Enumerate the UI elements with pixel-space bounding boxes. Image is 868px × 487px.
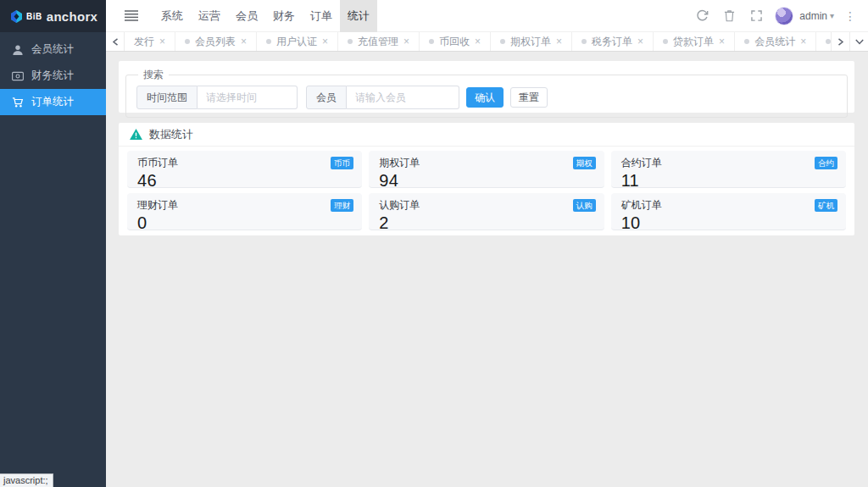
top-nav: 系统 运营 会员 财务 订单 统计: [153, 0, 377, 32]
topnav-item-system[interactable]: 系统: [153, 0, 191, 32]
brand-name: anchorx: [47, 9, 97, 24]
sidebar-item-label: 订单统计: [31, 95, 74, 109]
tabs-scroll-left-icon[interactable]: [106, 32, 125, 51]
close-tab-icon[interactable]: ×: [556, 36, 562, 47]
stat-card-label: 矿机订单: [621, 198, 836, 213]
tab-dot-icon: [185, 39, 190, 44]
tab-dot-icon: [581, 39, 587, 44]
user-caret-down-icon[interactable]: ▾: [830, 11, 834, 20]
brand-logo[interactable]: BiB anchorx: [0, 0, 106, 32]
stat-card-contract-orders: 合约订单 11 合约: [611, 151, 846, 188]
close-tab-icon[interactable]: ×: [475, 36, 481, 47]
close-tab-icon[interactable]: ×: [719, 36, 725, 47]
tabs-menu-chevron-down-icon[interactable]: [849, 32, 868, 51]
header: 系统 运营 会员 财务 订单 统计 admin ▾ ⋮: [106, 0, 868, 32]
close-tab-icon[interactable]: ×: [322, 36, 328, 47]
topnav-item-statistics[interactable]: 统计: [340, 0, 377, 32]
topnav-item-orders[interactable]: 订单: [303, 0, 340, 32]
header-actions: admin ▾ ⋮: [688, 0, 868, 32]
tab-item[interactable]: 财务统计 ×: [816, 32, 831, 51]
time-range-input[interactable]: [198, 86, 298, 109]
stat-card-badge: 币币: [331, 157, 353, 169]
tab-item[interactable]: 税务订单 ×: [572, 32, 654, 51]
member-label: 会员: [306, 86, 347, 109]
member-input[interactable]: [347, 86, 459, 109]
stat-card-value: 10: [621, 213, 836, 233]
stat-card-badge: 认购: [573, 199, 596, 212]
sidebar-fold-icon[interactable]: [125, 10, 138, 21]
stat-card-coin-orders: 币币订单 46 币币: [127, 151, 362, 188]
warning-triangle-icon: [130, 129, 142, 140]
stat-card-value: 46: [137, 171, 352, 191]
tab-item[interactable]: 期权订单 ×: [491, 32, 572, 51]
tab-item[interactable]: 贷款订单 ×: [654, 32, 735, 51]
tab-item[interactable]: 会员列表 ×: [175, 32, 257, 51]
close-tab-icon[interactable]: ×: [403, 36, 409, 47]
search-legend: 搜索: [138, 68, 169, 82]
browser-status-tooltip: javascript:;: [0, 473, 53, 487]
time-range-label: 时间范围: [136, 86, 198, 109]
close-tab-icon[interactable]: ×: [241, 36, 247, 47]
open-tabs: 发行 × 会员列表 × 用户认证 × 充值管理 × 币回收 × 期权订单 ×: [125, 32, 831, 51]
user-avatar[interactable]: [775, 7, 793, 25]
stat-card-option-orders: 期权订单 94 期权: [369, 151, 604, 188]
username-label[interactable]: admin: [799, 10, 827, 22]
sidebar-menu: 会员统计 财务统计 订单统计: [0, 32, 106, 115]
stat-card-label: 认购订单: [379, 198, 593, 213]
tab-item[interactable]: 充值管理 ×: [338, 32, 420, 51]
tab-item[interactable]: 发行 ×: [125, 32, 175, 51]
brand-mark: BiB: [26, 12, 42, 21]
tab-item[interactable]: 币回收 ×: [420, 32, 491, 51]
tab-dot-icon: [266, 39, 271, 44]
tab-dot-icon: [500, 39, 505, 44]
stats-header: 数据统计: [119, 123, 854, 147]
stat-card-value: 94: [379, 171, 593, 191]
sidebar-item-member-stats[interactable]: 会员统计: [0, 36, 106, 63]
stat-card-label: 期权订单: [379, 156, 593, 170]
stat-card-badge: 合约: [815, 157, 837, 169]
stat-card-badge: 矿机: [815, 199, 837, 212]
search-panel: 搜索 时间范围 会员 确认 重置: [119, 61, 854, 113]
tab-dot-icon: [348, 39, 353, 44]
user-icon: [12, 44, 24, 56]
trash-icon[interactable]: [715, 0, 743, 32]
stat-card-value: 11: [621, 171, 836, 191]
stat-card-value: 2: [379, 213, 593, 233]
stat-card-miner-orders: 矿机订单 10 矿机: [611, 193, 846, 230]
stat-card-value: 0: [137, 213, 352, 233]
main-content: 搜索 时间范围 会员 确认 重置 数据统计 币币订单 46: [106, 52, 868, 487]
stats-title: 数据统计: [149, 127, 193, 142]
stat-card-wealth-orders: 理财订单 0 理财: [127, 193, 362, 230]
fullscreen-icon[interactable]: [743, 0, 770, 32]
tab-item[interactable]: 会员统计 ×: [735, 32, 816, 51]
stat-card-label: 币币订单: [137, 156, 352, 170]
sidebar: BiB anchorx 会员统计 财务统计 订单统计: [0, 0, 106, 487]
close-tab-icon[interactable]: ×: [637, 36, 643, 47]
close-tab-icon[interactable]: ×: [800, 36, 806, 47]
kebab-menu-icon[interactable]: ⋮: [844, 9, 856, 23]
gem-logo-icon: [11, 10, 22, 23]
sidebar-item-label: 财务统计: [31, 69, 74, 83]
money-icon: [12, 70, 24, 82]
reset-button[interactable]: 重置: [510, 87, 548, 108]
tab-item[interactable]: 用户认证 ×: [257, 32, 338, 51]
tabs-scroll-right-icon[interactable]: [831, 32, 849, 51]
tab-dot-icon: [663, 39, 668, 44]
topnav-item-finance[interactable]: 财务: [265, 0, 303, 32]
search-fieldset: 搜索 时间范围 会员 确认 重置: [125, 68, 848, 118]
cart-icon: [12, 97, 24, 108]
sidebar-item-order-stats[interactable]: 订单统计: [0, 89, 106, 115]
stat-card-label: 合约订单: [621, 156, 836, 170]
topnav-item-members[interactable]: 会员: [228, 0, 265, 32]
sidebar-item-label: 会员统计: [31, 42, 74, 57]
topnav-item-operations[interactable]: 运营: [191, 0, 228, 32]
refresh-icon[interactable]: [688, 0, 715, 32]
close-tab-icon[interactable]: ×: [159, 36, 165, 47]
stats-cards: 币币订单 46 币币 期权订单 94 期权 合约订单 11 合约 理财订单 0 …: [119, 147, 854, 230]
stat-card-label: 理财订单: [137, 198, 352, 213]
confirm-button[interactable]: 确认: [466, 87, 504, 108]
stat-card-subscribe-orders: 认购订单 2 认购: [369, 193, 604, 230]
tab-bar: 发行 × 会员列表 × 用户认证 × 充值管理 × 币回收 × 期权订单 ×: [106, 32, 868, 52]
search-row: 时间范围 会员 确认 重置: [136, 86, 837, 109]
sidebar-item-finance-stats[interactable]: 财务统计: [0, 63, 106, 89]
